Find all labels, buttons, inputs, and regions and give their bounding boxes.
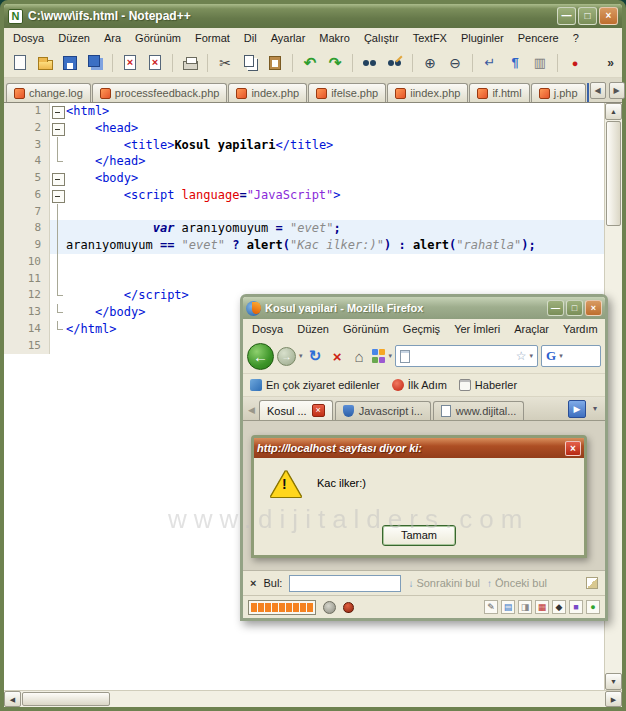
tab-j-php[interactable]: j.php — [531, 83, 586, 102]
forward-button[interactable]: → — [277, 347, 296, 366]
toolbar-show-all-chars-button[interactable]: ¶ — [504, 52, 526, 74]
code-line[interactable]: 11 — [4, 271, 604, 288]
toolbar-close-button[interactable]: × — [119, 52, 141, 74]
toolbar-open-file-button[interactable] — [34, 52, 56, 74]
firefox-menu-item-yer-i-mleri[interactable]: Yer İmleri — [447, 321, 507, 337]
alert-close-button[interactable]: × — [565, 441, 581, 456]
toolbar-copy-button[interactable] — [239, 52, 261, 74]
grid-icon[interactable]: ▦ — [535, 600, 549, 614]
notepadpp-titlebar[interactable]: N C:\www\ifs.html - Notepad++ — □ × — [4, 4, 622, 28]
sparkle-icon[interactable] — [323, 601, 336, 614]
tab-scroll-left-button[interactable]: ◀ — [246, 405, 257, 420]
menu-item-dosya[interactable]: Dosya — [6, 30, 51, 46]
close-button[interactable]: × — [599, 7, 618, 25]
code-line[interactable]: 8 var aranıyomuyum = "evet"; — [4, 220, 604, 237]
toolbar-redo-button[interactable]: ↷ — [324, 52, 346, 74]
toolbar-close-all-button[interactable]: × — [144, 52, 166, 74]
bookmark-haberler[interactable]: Haberler — [459, 379, 517, 391]
bug-icon[interactable] — [343, 602, 354, 613]
menu-item-dil[interactable]: Dil — [237, 30, 264, 46]
tab-change-log[interactable]: change.log — [6, 83, 91, 102]
toolbar-zoom-in-button[interactable]: ⊕ — [419, 52, 441, 74]
bookmark-i-lk-adım[interactable]: İlk Adım — [392, 379, 447, 391]
fold-marker-icon[interactable] — [50, 170, 66, 187]
toolbar-paste-button[interactable] — [264, 52, 286, 74]
tab-processfeedback-php[interactable]: processfeedback.php — [92, 83, 228, 102]
code-line[interactable]: 1<html> — [4, 103, 604, 120]
tab-list-button[interactable]: ▾ — [588, 400, 602, 418]
tab-if-html[interactable]: if.html — [469, 83, 529, 102]
find-close-icon[interactable]: × — [250, 577, 256, 589]
code-line[interactable]: 2 <head> — [4, 120, 604, 137]
tab-scroll-left-button[interactable]: ◀ — [590, 82, 606, 99]
menu-item-textfx[interactable]: TextFX — [406, 30, 454, 46]
firefox-menu-item-yardım[interactable]: Yardım — [556, 321, 605, 337]
refresh-icon[interactable]: ↻ — [306, 347, 325, 365]
fold-marker-icon[interactable] — [50, 187, 66, 204]
find-input[interactable] — [289, 575, 401, 592]
tab-close-icon[interactable]: × — [312, 404, 325, 417]
horizontal-scroll-thumb[interactable] — [22, 692, 110, 706]
menu-item-item[interactable]: ? — [566, 30, 586, 46]
code-line[interactable]: 9aranıyomuyum == "evet" ? alert("Kac ilk… — [4, 237, 604, 254]
stop-icon[interactable]: × — [328, 348, 347, 365]
home-icon[interactable]: ⌂ — [350, 348, 369, 365]
code-line[interactable]: 3 <title>Kosul yapilari</title> — [4, 137, 604, 154]
scroll-down-arrow[interactable]: ▼ — [605, 673, 622, 690]
fold-marker-icon[interactable] — [50, 120, 66, 137]
firefox-menu-item-araçlar[interactable]: Araçlar — [507, 321, 556, 337]
find-next-button[interactable]: ↓ Sonrakini bul — [408, 577, 480, 589]
browser-tab-javascript-i[interactable]: Javascript i... — [335, 401, 431, 420]
scroll-left-arrow[interactable]: ◀ — [4, 691, 21, 707]
address-dropdown-icon[interactable]: ▾ — [529, 352, 533, 360]
vertical-scroll-thumb[interactable] — [606, 121, 621, 226]
square-icon[interactable]: ■ — [569, 600, 583, 614]
toolbar-find-button[interactable] — [359, 52, 381, 74]
maximize-button[interactable]: □ — [578, 7, 597, 25]
minimize-button[interactable]: — — [557, 7, 576, 25]
firefox-close-button[interactable]: × — [585, 300, 602, 316]
toolbar-save-all-button[interactable] — [84, 52, 106, 74]
toolbar-print-button[interactable] — [179, 52, 201, 74]
toolbar-overflow-icon[interactable]: » — [604, 56, 617, 70]
toolbar-word-wrap-button[interactable]: ↵ — [479, 52, 501, 74]
back-button[interactable]: ← — [247, 343, 274, 370]
toolbar-indent-guide-button[interactable]: ▥ — [529, 52, 551, 74]
diamond-icon[interactable]: ◆ — [552, 600, 566, 614]
toolbar-macro-record-button[interactable]: ● — [564, 52, 586, 74]
search-input[interactable]: G ▾ — [541, 345, 601, 367]
active-tab-partial[interactable] — [587, 83, 589, 102]
toolbar-new-file-button[interactable] — [9, 52, 31, 74]
menu-item-ayarlar[interactable]: Ayarlar — [264, 30, 313, 46]
bookmarks-dropdown-icon[interactable]: ▾ — [389, 352, 393, 360]
pencil-icon[interactable]: ✎ — [484, 600, 498, 614]
scroll-right-arrow[interactable]: ▶ — [605, 691, 622, 707]
palette-icon[interactable]: ▤ — [501, 600, 515, 614]
menu-item-düzen[interactable]: Düzen — [51, 30, 97, 46]
tab-scroll-right-button[interactable]: ▶ — [609, 82, 625, 99]
tab-index-php[interactable]: index.php — [228, 83, 307, 102]
status-ok-icon[interactable]: ● — [586, 600, 600, 614]
firefox-titlebar[interactable]: Kosul yapilari - Mozilla Firefox — □ × — [243, 297, 605, 319]
toolbar-save-button[interactable] — [59, 52, 81, 74]
bookmarks-grid-icon[interactable] — [372, 349, 386, 363]
toolbar-replace-button[interactable] — [384, 52, 406, 74]
menu-item-ara[interactable]: Ara — [97, 30, 128, 46]
firefox-maximize-button[interactable]: □ — [566, 300, 583, 316]
bookmark-en-çok-ziyaret-edilenler[interactable]: En çok ziyaret edilenler — [250, 379, 380, 391]
tab-ifelse-php[interactable]: ifelse.php — [308, 83, 386, 102]
toolbar-undo-button[interactable]: ↶ — [299, 52, 321, 74]
code-line[interactable]: 7 — [4, 204, 604, 221]
menu-item-pencere[interactable]: Pencere — [511, 30, 566, 46]
menu-item-çalıştır[interactable]: Çalıştır — [357, 30, 406, 46]
address-bar[interactable]: ☆ ▾ — [395, 345, 538, 367]
menu-item-makro[interactable]: Makro — [312, 30, 357, 46]
menu-item-pluginler[interactable]: Pluginler — [454, 30, 511, 46]
find-prev-button[interactable]: ↑ Önceki bul — [487, 577, 547, 589]
code-line[interactable]: 10 — [4, 254, 604, 271]
fold-marker-icon[interactable] — [50, 103, 66, 120]
alert-titlebar[interactable]: http://localhost sayfası diyor ki: × — [254, 438, 584, 458]
toolbar-cut-button[interactable]: ✂ — [214, 52, 236, 74]
browser-tab-kosul[interactable]: Kosul ...× — [259, 400, 333, 420]
tab-scroll-right-button[interactable]: ▶ — [568, 400, 586, 418]
